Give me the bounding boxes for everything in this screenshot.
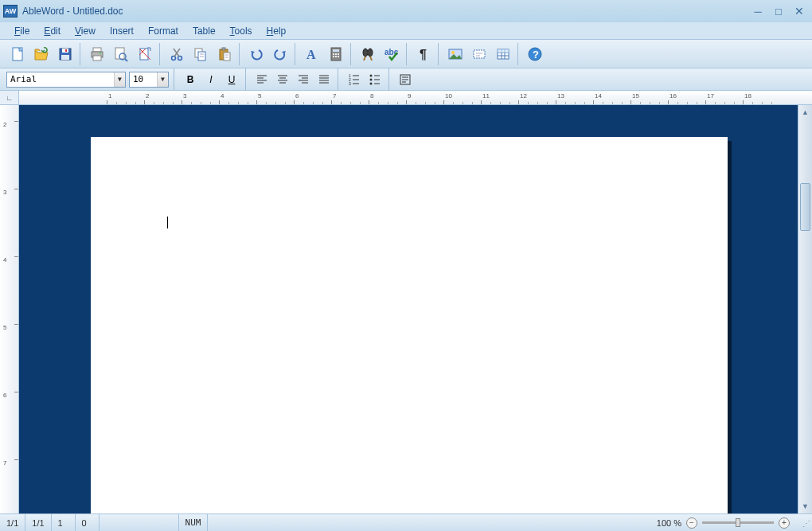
status-numlock: NUM [179, 514, 209, 531]
menu-view[interactable]: View [68, 24, 102, 38]
open-button[interactable] [30, 43, 53, 65]
menu-insert[interactable]: Insert [103, 24, 140, 38]
toolbar-separator [388, 68, 392, 91]
window-controls: ─ □ ✕ [748, 4, 809, 18]
svg-rect-28 [333, 49, 339, 52]
menu-table[interactable]: Table [186, 24, 222, 38]
paragraph-button[interactable] [396, 71, 414, 88]
zoom-out-button[interactable]: − [686, 517, 697, 529]
scroll-down-button[interactable]: ▼ [798, 499, 812, 513]
toolbar-separator [245, 68, 248, 91]
font-button[interactable]: A [301, 43, 323, 65]
vertical-ruler[interactable]: 234567 [0, 105, 19, 513]
minimize-button[interactable]: ─ [748, 4, 767, 18]
zoom-slider-handle[interactable] [736, 518, 740, 527]
print-button[interactable] [86, 43, 108, 65]
svg-line-16 [174, 49, 179, 57]
find-button[interactable] [357, 43, 379, 65]
print-preview-button[interactable] [110, 43, 132, 65]
resize-grip[interactable]: ⋰ [799, 517, 812, 529]
toolbar-separator [80, 43, 83, 65]
horizontal-ruler[interactable]: 123456789101112131415161718 [19, 91, 812, 104]
numbered-list-button[interactable]: 123 [345, 71, 363, 88]
svg-point-79 [370, 82, 373, 84]
page-setup-button[interactable] [134, 43, 156, 65]
close-button[interactable]: ✕ [790, 4, 809, 18]
toolbar-separator [350, 43, 353, 65]
undo-button[interactable] [245, 43, 267, 65]
zoom-value: 100 % [657, 518, 681, 528]
font-family-combo[interactable]: Arial ▼ [6, 72, 126, 88]
menu-tools[interactable]: Tools [224, 24, 259, 38]
menu-format[interactable]: Format [142, 24, 185, 38]
menu-file[interactable]: File [8, 24, 36, 38]
vertical-scrollbar[interactable]: ▲ ▼ [798, 105, 812, 513]
font-size-value: 10 [130, 74, 157, 84]
scroll-thumb[interactable] [800, 183, 810, 231]
svg-rect-29 [333, 53, 334, 55]
save-button[interactable] [54, 43, 76, 65]
toolbar-separator [338, 68, 341, 91]
maximize-button[interactable]: □ [769, 4, 788, 18]
dropdown-arrow-icon[interactable]: ▼ [157, 72, 168, 87]
align-center-button[interactable] [274, 71, 291, 88]
insert-table-button[interactable] [492, 43, 514, 65]
toolbar-separator [517, 43, 521, 65]
svg-rect-5 [93, 48, 101, 52]
scroll-track[interactable] [798, 119, 812, 499]
pilcrow-button[interactable]: ¶ [412, 43, 435, 65]
insert-textbox-button[interactable] [468, 43, 490, 65]
dropdown-arrow-icon[interactable]: ▼ [114, 72, 125, 87]
underline-button[interactable]: U [223, 71, 240, 88]
ruler-row: ∟ 123456789101112131415161718 [0, 91, 812, 105]
svg-line-38 [364, 57, 365, 61]
svg-rect-22 [222, 48, 225, 50]
redo-button[interactable] [269, 43, 291, 65]
work-area: 234567 ▲ ▼ [0, 105, 812, 513]
menu-help[interactable]: Help [260, 24, 293, 38]
align-justify-button[interactable] [315, 71, 333, 88]
cut-button[interactable] [166, 43, 188, 65]
app-icon: AW [3, 5, 18, 18]
bullet-list-button[interactable] [366, 71, 384, 88]
help-button[interactable]: ? [524, 43, 546, 65]
bold-button[interactable]: B [182, 71, 199, 88]
svg-point-43 [451, 51, 455, 54]
svg-text:A: A [306, 48, 316, 61]
scroll-up-button[interactable]: ▲ [798, 105, 812, 119]
svg-point-13 [172, 56, 176, 60]
italic-button[interactable]: I [202, 71, 220, 88]
toolbar-separator [406, 43, 409, 65]
text-cursor [167, 217, 168, 228]
new-button[interactable] [6, 43, 29, 65]
svg-rect-52 [498, 49, 509, 53]
svg-rect-34 [338, 56, 339, 57]
zoom-in-button[interactable]: + [779, 517, 790, 529]
main-toolbar: A abc ¶ ? [0, 40, 812, 68]
svg-line-11 [125, 59, 127, 61]
svg-rect-30 [335, 53, 337, 55]
window-title: AbleWord - Untitled.doc [22, 6, 748, 17]
svg-text:¶: ¶ [420, 48, 427, 61]
status-section: 1/1 [25, 514, 51, 531]
svg-text:?: ? [533, 49, 539, 61]
toolbar-separator [438, 43, 441, 65]
svg-rect-23 [224, 53, 230, 61]
document-page[interactable] [91, 137, 728, 513]
paste-button[interactable] [213, 43, 236, 65]
font-size-combo[interactable]: 10 ▼ [129, 72, 169, 88]
svg-rect-32 [333, 56, 334, 57]
svg-point-14 [178, 56, 182, 60]
copy-button[interactable] [189, 43, 212, 65]
align-left-button[interactable] [253, 71, 271, 88]
toolbar-separator [295, 43, 298, 65]
calculator-button[interactable] [325, 43, 347, 65]
ruler-corner: ∟ [0, 91, 19, 104]
zoom-slider[interactable] [702, 521, 774, 524]
insert-image-button[interactable] [444, 43, 467, 65]
align-right-button[interactable] [295, 71, 312, 88]
menu-edit[interactable]: Edit [37, 24, 67, 38]
document-viewport[interactable] [19, 105, 798, 513]
spellcheck-button[interactable]: abc [381, 43, 403, 65]
svg-rect-44 [474, 50, 485, 58]
